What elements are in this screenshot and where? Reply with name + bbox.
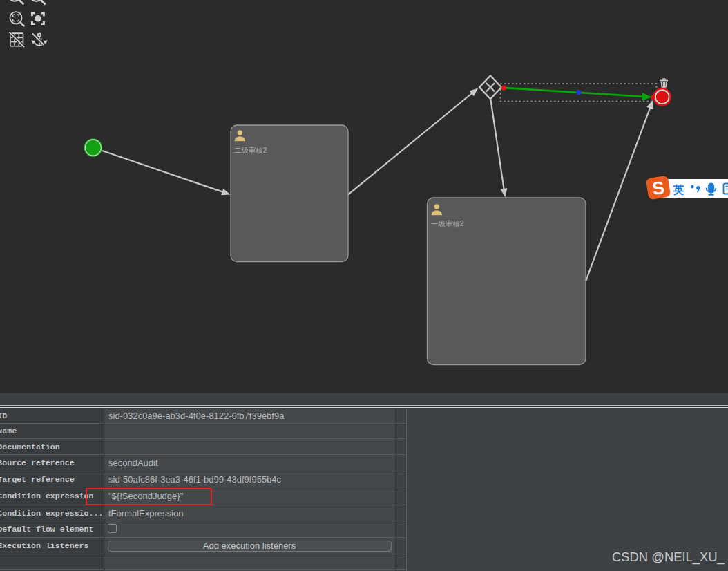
- svg-text:二级审核2: 二级审核2: [234, 147, 267, 154]
- svg-text:英: 英: [673, 184, 684, 196]
- svg-text:一级审核2: 一级审核2: [431, 220, 464, 227]
